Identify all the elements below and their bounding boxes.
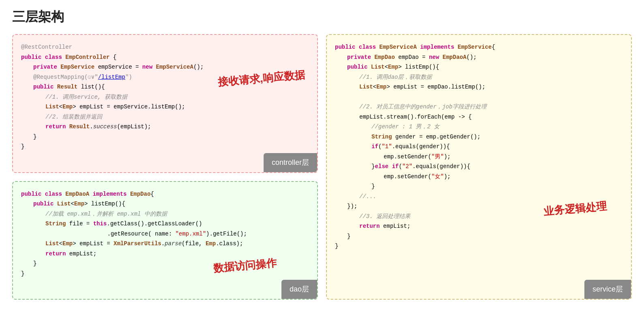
service-code: public class EmpServiceA implements EmpS… (335, 42, 623, 251)
dao-box: 数据访问操作 public class EmpDaoA implements E… (12, 181, 318, 300)
service-box: 业务逻辑处理 public class EmpServiceA implemen… (326, 34, 632, 300)
dao-badge: dao层 (281, 280, 317, 299)
page-title: 三层架构 (12, 8, 632, 26)
controller-box: 接收请求,响应数据 @RestController public class E… (12, 34, 318, 173)
service-badge: service层 (584, 280, 631, 299)
main-layout: 接收请求,响应数据 @RestController public class E… (12, 34, 632, 300)
dao-code: public class EmpDaoA implements EmpDao{ … (21, 189, 309, 279)
controller-badge: controller层 (264, 153, 317, 172)
controller-code: @RestController public class EmpControll… (21, 42, 309, 152)
